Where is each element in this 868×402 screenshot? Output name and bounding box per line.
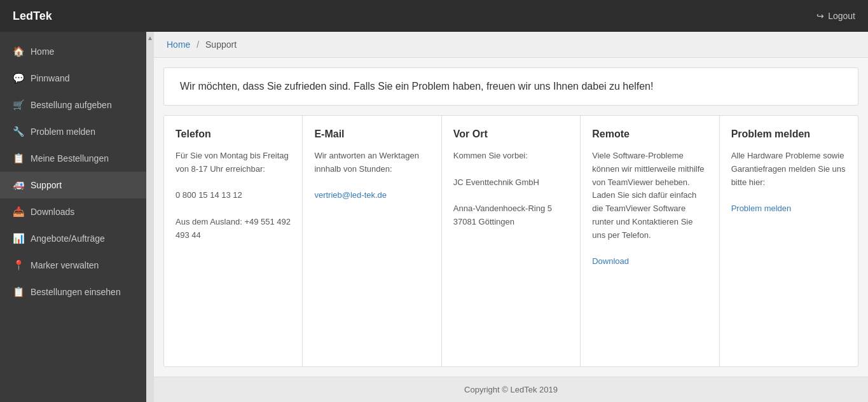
card-remote: RemoteViele Software-Probleme können wir… xyxy=(581,116,719,366)
card-body-telefon: Für Sie von Montag bis Freitag von 8-17 … xyxy=(176,149,291,242)
sidebar-label-problem-melden-nav: Problem melden xyxy=(31,127,95,137)
sidebar: 🏠Home💬Pinnwand🛒Bestellung aufgeben🔧Probl… xyxy=(0,32,146,402)
sidebar-label-marker-verwalten: Marker verwalten xyxy=(31,260,99,270)
logout-icon: ↪ xyxy=(816,11,824,21)
telefon-body: Für Sie von Montag bis Freitag von 8-17 … xyxy=(176,149,291,176)
footer: Copyright © LedTek 2019 xyxy=(154,377,868,402)
sidebar-label-angebote-auftraege: Angebote/Aufträge xyxy=(31,233,105,244)
sidebar-item-meine-bestellungen[interactable]: 📋Meine Bestellungen xyxy=(0,145,146,172)
sidebar-label-support: Support xyxy=(31,180,62,190)
sidebar-icon-problem-melden-nav: 🔧 xyxy=(13,126,24,137)
sidebar-label-meine-bestellungen: Meine Bestellungen xyxy=(31,153,109,163)
brand-logo: LedTek xyxy=(13,10,52,23)
sidebar-label-downloads: Downloads xyxy=(31,207,74,217)
sidebar-item-bestellungen-einsehen[interactable]: 📋Bestellungen einsehen xyxy=(0,279,146,305)
card-body-email: Wir antworten an Werktagen innhalb von S… xyxy=(314,149,429,202)
sidebar-icon-bestellungen-einsehen: 📋 xyxy=(13,286,24,298)
sidebar-item-marker-verwalten[interactable]: 📍Marker verwalten xyxy=(0,252,146,279)
sidebar-icon-pinnwand: 💬 xyxy=(13,73,24,84)
card-title-vor-ort: Vor Ort xyxy=(453,128,568,140)
card-body-vor-ort: Kommen Sie vorbei:JC Eventtechnik GmbHAn… xyxy=(453,149,568,229)
problem-melden-body: Alle Hardware Probleme sowie Garantiefra… xyxy=(731,149,846,189)
topbar: LedTek ↪ Logout xyxy=(0,0,868,32)
footer-text: Copyright © LedTek 2019 xyxy=(464,385,558,394)
card-vor-ort: Vor OrtKommen Sie vorbei:JC Eventtechnik… xyxy=(442,116,581,366)
logout-label: Logout xyxy=(828,11,855,21)
sidebar-item-angebote-auftraege[interactable]: 📊Angebote/Aufträge xyxy=(0,225,146,252)
sidebar-item-support[interactable]: 🚑Support xyxy=(0,172,146,198)
cards-row: TelefonFür Sie von Montag bis Freitag vo… xyxy=(163,115,858,367)
telefon-number: 0 800 15 14 13 12 xyxy=(176,189,291,202)
sidebar-icon-marker-verwalten: 📍 xyxy=(13,260,24,271)
card-title-telefon: Telefon xyxy=(176,128,291,140)
card-body-remote: Viele Software-Probleme können wir mittl… xyxy=(592,149,707,268)
breadcrumb-current: Support xyxy=(205,39,237,50)
sidebar-label-home: Home xyxy=(31,46,54,57)
sidebar-item-bestellung-aufgeben[interactable]: 🛒Bestellung aufgeben xyxy=(0,92,146,118)
problem-melden-link[interactable]: Problem melden xyxy=(731,204,792,213)
sidebar-icon-meine-bestellungen: 📋 xyxy=(13,153,24,164)
sidebar-icon-support: 🚑 xyxy=(13,179,24,191)
card-title-remote: Remote xyxy=(592,128,707,140)
welcome-banner: Wir möchten, dass Sie zufrieden sind. Fa… xyxy=(163,67,858,106)
vor-ort-body: Kommen Sie vorbei: xyxy=(453,149,568,163)
breadcrumb-home[interactable]: Home xyxy=(167,39,190,50)
logout-button[interactable]: ↪ Logout xyxy=(816,11,855,21)
telefon-ausland: Aus dem Ausland: +49 551 492 493 44 xyxy=(176,216,291,242)
sidebar-icon-downloads: 📥 xyxy=(13,206,24,218)
sidebar-item-problem-melden-nav[interactable]: 🔧Problem melden xyxy=(0,118,146,145)
sidebar-item-pinnwand[interactable]: 💬Pinnwand xyxy=(0,65,146,92)
download-link[interactable]: Download xyxy=(592,256,629,266)
scroll-indicator[interactable] xyxy=(146,32,154,402)
remote-body: Viele Software-Probleme können wir mittl… xyxy=(592,149,707,242)
vor-ort-company: JC Eventtechnik GmbH xyxy=(453,176,568,190)
email-link[interactable]: vertrieb@led-tek.de xyxy=(314,190,387,200)
sidebar-label-bestellung-aufgeben: Bestellung aufgeben xyxy=(31,100,112,110)
breadcrumb-separator: / xyxy=(196,39,199,50)
card-title-email: E-Mail xyxy=(314,128,429,140)
card-title-problem-melden-card: Problem melden xyxy=(731,128,846,140)
sidebar-icon-home: 🏠 xyxy=(13,46,24,57)
card-problem-melden-card: Problem meldenAlle Hardware Probleme sow… xyxy=(720,116,858,366)
vor-ort-city: 37081 Göttingen xyxy=(453,216,568,229)
sidebar-icon-bestellung-aufgeben: 🛒 xyxy=(13,99,24,111)
vor-ort-street: Anna-Vandenhoeck-Ring 5 xyxy=(453,202,568,216)
card-email: E-MailWir antworten an Werktagen innhalb… xyxy=(303,116,441,366)
breadcrumb: Home / Support xyxy=(154,32,868,58)
main-layout: 🏠Home💬Pinnwand🛒Bestellung aufgeben🔧Probl… xyxy=(0,32,868,402)
sidebar-item-home[interactable]: 🏠Home xyxy=(0,38,146,65)
sidebar-item-downloads[interactable]: 📥Downloads xyxy=(0,198,146,225)
content-main: Wir möchten, dass Sie zufrieden sind. Fa… xyxy=(154,58,868,377)
email-body: Wir antworten an Werktagen innhalb von S… xyxy=(314,149,429,176)
content-wrapper: Home / Support Wir möchten, dass Sie zuf… xyxy=(154,32,868,402)
welcome-text: Wir möchten, dass Sie zufrieden sind. Fa… xyxy=(180,81,653,92)
card-telefon: TelefonFür Sie von Montag bis Freitag vo… xyxy=(164,116,303,366)
sidebar-label-pinnwand: Pinnwand xyxy=(31,73,70,83)
sidebar-label-bestellungen-einsehen: Bestellungen einsehen xyxy=(31,287,121,297)
sidebar-icon-angebote-auftraege: 📊 xyxy=(13,233,24,244)
card-body-problem-melden-card: Alle Hardware Probleme sowie Garantiefra… xyxy=(731,149,846,216)
